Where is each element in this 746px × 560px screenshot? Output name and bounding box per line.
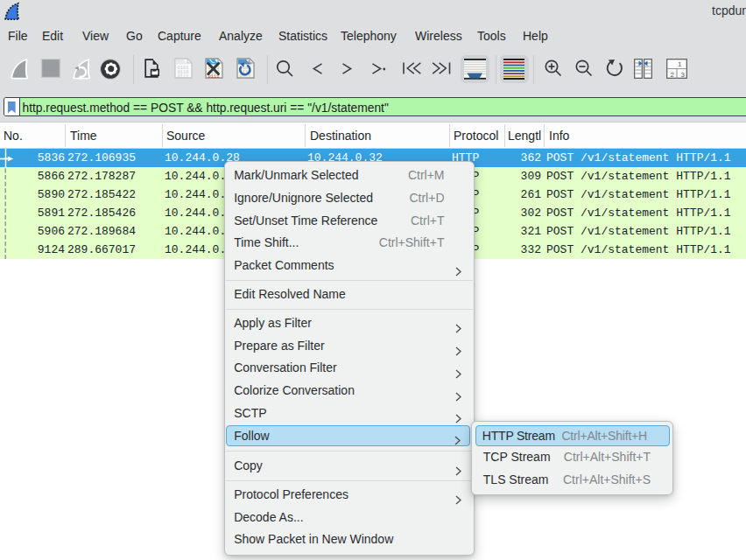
svg-text:3: 3 [681, 71, 686, 79]
svg-text:0111: 0111 [208, 74, 220, 79]
svg-text:2: 2 [671, 71, 675, 79]
svg-text:1: 1 [678, 60, 682, 68]
svg-text:0111: 0111 [178, 74, 189, 79]
